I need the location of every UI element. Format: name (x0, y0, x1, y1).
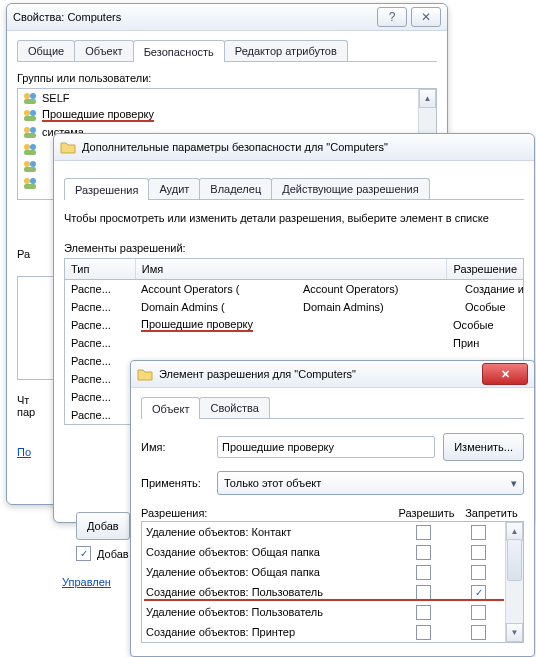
tab-effective[interactable]: Действующие разрешения (271, 178, 429, 199)
titlebar[interactable]: Элемент разрешения для "Computers" ✕ (131, 361, 534, 388)
close-icon: ✕ (501, 368, 510, 381)
table-row[interactable]: Распе... Domain Admins ( Domain Admins) … (65, 298, 523, 316)
permission-label: Создание объектов: Принтер (142, 626, 396, 638)
permission-label: Удаление объектов: Контакт (142, 526, 396, 538)
svg-rect-14 (24, 167, 36, 172)
allow-cell (396, 565, 451, 580)
allow-checkbox[interactable] (416, 545, 431, 560)
svg-point-6 (24, 127, 30, 133)
tab-attribute-editor[interactable]: Редактор атрибутов (224, 40, 348, 61)
allow-cell (396, 605, 451, 620)
properties-tabs: Общие Объект Безопасность Редактор атриб… (17, 39, 437, 62)
svg-rect-8 (24, 133, 36, 138)
close-button[interactable]: ✕ (411, 7, 441, 27)
tab-owner[interactable]: Владелец (199, 178, 272, 199)
deny-cell (451, 605, 506, 620)
svg-point-3 (24, 110, 30, 116)
allow-checkbox[interactable] (416, 625, 431, 640)
group-icon (22, 141, 38, 157)
apply-label: Применять: (141, 477, 209, 489)
permission-row: Удаление объектов: Контакт (142, 522, 506, 542)
manage-link[interactable]: Управлен (62, 576, 111, 588)
close-button[interactable]: ✕ (482, 363, 528, 385)
allow-checkbox[interactable] (416, 605, 431, 620)
svg-point-10 (30, 144, 36, 150)
scroll-down-button[interactable]: ▼ (506, 623, 523, 642)
name-label: Имя: (141, 441, 209, 453)
svg-rect-2 (24, 99, 36, 104)
allow-cell (396, 525, 451, 540)
svg-point-13 (30, 161, 36, 167)
svg-point-12 (24, 161, 30, 167)
deny-cell (451, 545, 506, 560)
titlebar[interactable]: Дополнительные параметры безопасности дл… (54, 134, 534, 161)
scrollbar[interactable]: ▲ ▼ (505, 522, 523, 642)
svg-point-4 (30, 110, 36, 116)
apply-select[interactable]: Только этот объект (217, 471, 524, 495)
permission-entry-window: Элемент разрешения для "Computers" ✕ Объ… (130, 360, 535, 657)
add-button[interactable]: Добав (76, 512, 130, 540)
permissions-list[interactable]: Удаление объектов: КонтактСоздание объек… (141, 521, 524, 643)
add-checkbox[interactable]: ✓ (76, 546, 91, 561)
list-item[interactable]: SELF (18, 89, 436, 106)
deny-checkbox[interactable] (471, 525, 486, 540)
group-icon (22, 124, 38, 140)
header-name[interactable]: Имя (136, 259, 448, 279)
list-item-label: SELF (42, 92, 70, 104)
tab-general[interactable]: Общие (17, 40, 75, 61)
deny-checkbox[interactable] (471, 605, 486, 620)
allow-checkbox[interactable] (416, 565, 431, 580)
table-row[interactable]: Распе... Прошедшие проверку Особые (65, 316, 523, 334)
tab-object[interactable]: Объект (74, 40, 133, 61)
scroll-up-button[interactable]: ▲ (419, 89, 436, 108)
deny-checkbox[interactable] (471, 545, 486, 560)
permission-row: Создание объектов: Общая папка (142, 542, 506, 562)
allow-cell (396, 545, 451, 560)
table-row[interactable]: Распе... Account Operators ( Account Ope… (65, 280, 523, 298)
deny-cell (451, 525, 506, 540)
deny-checkbox[interactable]: ✓ (471, 585, 486, 600)
highlight-underline (144, 599, 504, 601)
permissions-header: Разрешения: (141, 507, 394, 519)
deny-checkbox[interactable] (471, 625, 486, 640)
deny-cell: ✓ (451, 585, 506, 600)
help-button[interactable]: ? (377, 7, 407, 27)
svg-point-16 (30, 178, 36, 184)
scroll-thumb[interactable] (507, 539, 522, 581)
help-link[interactable]: По (17, 446, 31, 458)
titlebar[interactable]: Свойства: Computers ? ✕ (7, 4, 447, 31)
permission-row: Создание объектов: Принтер (142, 622, 506, 642)
add-checkbox-row[interactable]: ✓ Добав (76, 546, 129, 561)
allow-checkbox[interactable] (416, 585, 431, 600)
allow-checkbox[interactable] (416, 525, 431, 540)
elements-label: Элементы разрешений: (64, 242, 524, 254)
svg-rect-11 (24, 150, 36, 155)
group-icon (22, 90, 38, 106)
tab-security[interactable]: Безопасность (133, 40, 225, 62)
tab-properties[interactable]: Свойства (199, 397, 269, 418)
permission-label: Удаление объектов: Пользователь (142, 606, 396, 618)
table-row[interactable]: Распе... Прин (65, 334, 523, 352)
allow-header: Разрешить (394, 507, 459, 519)
deny-cell (451, 565, 506, 580)
change-button[interactable]: Изменить... (443, 433, 524, 461)
header-perm[interactable]: Разрешение (447, 259, 523, 279)
window-title: Свойства: Computers (13, 11, 377, 23)
window-title: Дополнительные параметры безопасности дл… (82, 141, 528, 153)
tab-audit[interactable]: Аудит (148, 178, 200, 199)
entry-tabs: Объект Свойства (141, 396, 524, 419)
folder-icon (60, 139, 76, 155)
svg-rect-5 (24, 116, 36, 121)
tab-permissions[interactable]: Разрешения (64, 178, 149, 200)
header-type[interactable]: Тип (65, 259, 136, 279)
group-icon (22, 107, 38, 123)
deny-checkbox[interactable] (471, 565, 486, 580)
allow-cell (396, 625, 451, 640)
list-item[interactable]: Прошедшие проверку (18, 106, 436, 123)
window-title: Элемент разрешения для "Computers" (159, 368, 482, 380)
tab-object[interactable]: Объект (141, 397, 200, 419)
svg-point-9 (24, 144, 30, 150)
deny-header: Запретить (459, 507, 524, 519)
group-icon (22, 175, 38, 191)
hint-text: Чтобы просмотреть или изменить детали ра… (64, 212, 524, 224)
